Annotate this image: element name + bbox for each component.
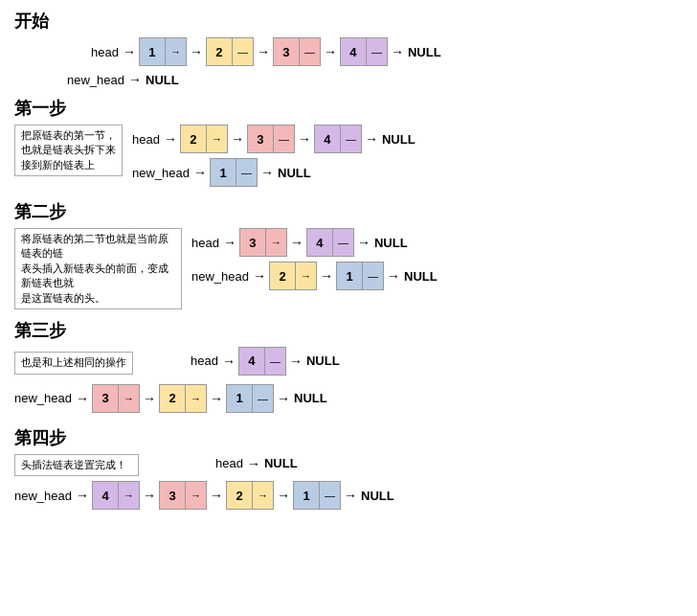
node-2: 2 →	[269, 262, 317, 290]
node-ptr: —	[236, 158, 258, 187]
new-head-label: new_head	[191, 269, 249, 284]
node-ptr: →	[207, 125, 228, 153]
arrow: →	[222, 354, 236, 369]
node-ptr: —	[253, 384, 274, 413]
node-2: 2 →	[180, 125, 228, 153]
step2-newhead-row: new_head → 2 → → 1 — → NULL	[191, 262, 438, 290]
node-4: 4 —	[306, 228, 354, 257]
step2-head-row: head → 3 → → 4 — → NULL	[191, 228, 438, 257]
arrow: →	[76, 488, 89, 503]
step3-title: 第三步	[14, 319, 683, 342]
node-val: 2	[159, 384, 186, 413]
arrow: →	[253, 268, 266, 284]
arrow: →	[143, 488, 156, 503]
arrow: →	[257, 44, 270, 59]
start-newhead-row: new_head → NULL	[67, 72, 683, 87]
node-val: 3	[273, 37, 300, 66]
node-val: 4	[306, 228, 333, 257]
step4-newhead-row: new_head → 4 → → 3 → → 2 → → 1 — → NULL	[14, 481, 683, 510]
step1-title: 第一步	[14, 97, 683, 120]
null-label: NULL	[294, 391, 327, 405]
start-list-row: head → 1 → → 2 — → 3 — → 4 — → NULL	[91, 37, 683, 66]
arrow: →	[324, 44, 337, 59]
arrow: →	[298, 131, 311, 147]
arrow: →	[223, 235, 236, 250]
node-ptr: —	[367, 37, 388, 66]
node-ptr: →	[186, 384, 207, 413]
step3-newhead-row: new_head → 3 → → 2 → → 1 — → NULL	[14, 384, 683, 413]
step4-title: 第四步	[14, 426, 683, 449]
null-label: NULL	[374, 236, 408, 250]
step4-note: 头插法链表逆置完成！	[14, 454, 139, 476]
node-ptr: →	[253, 481, 274, 510]
node-4: 4 —	[238, 347, 286, 376]
node-3: 3 →	[159, 481, 207, 510]
node-ptr: —	[333, 228, 354, 257]
head-label: head	[132, 132, 160, 147]
node-val: 2	[206, 37, 233, 66]
arrow: →	[247, 456, 260, 471]
node-ptr: →	[186, 481, 207, 510]
step2-note: 将原链表的第二节也就是当前原链表的链表头插入新链表头的前面，变成新链表也就是这置…	[14, 228, 182, 309]
arrow: →	[164, 131, 177, 147]
node-1: 1 —	[293, 481, 341, 510]
arrow: →	[210, 488, 223, 503]
node-3: 3 —	[273, 37, 321, 66]
arrow: →	[210, 391, 223, 406]
node-val: 4	[238, 347, 265, 376]
arrow: →	[123, 44, 136, 59]
step2-section: 第二步 将原链表的第二节也就是当前原链表的链表头插入新链表头的前面，变成新链表也…	[14, 200, 683, 309]
step1-section: 第一步 把原链表的第一节，也就是链表头拆下来接到新的链表上 head → 2 →…	[14, 97, 683, 191]
node-1: 1 —	[336, 262, 384, 290]
start-section: 开始 head → 1 → → 2 — → 3 — → 4 — → NULL n…	[14, 10, 683, 87]
arrow: →	[391, 44, 404, 59]
arrow: →	[320, 268, 333, 284]
node-ptr: →	[166, 37, 187, 66]
new-head-label: new_head	[132, 166, 190, 180]
null-label: NULL	[278, 166, 311, 180]
arrow: →	[277, 488, 290, 503]
node-val: 2	[226, 481, 253, 510]
arrow: →	[387, 268, 400, 284]
node-val: 4	[92, 481, 119, 510]
node-3: 3 →	[92, 384, 140, 413]
step1-head-row: head → 2 → → 3 — → 4 — → NULL	[132, 125, 416, 153]
step1-newhead-row: new_head → 1 — → NULL	[132, 158, 416, 187]
node-val: 1	[336, 262, 363, 290]
node-ptr: —	[265, 347, 286, 376]
node-val: 1	[210, 158, 236, 187]
node-val: 4	[340, 37, 367, 66]
arrow: →	[76, 391, 89, 406]
start-title: 开始	[14, 10, 683, 33]
step2-title: 第二步	[14, 200, 683, 223]
node-2: 2 —	[206, 37, 254, 66]
node-ptr: →	[296, 262, 317, 290]
node-2: 2 →	[226, 481, 274, 510]
node-ptr: —	[300, 37, 321, 66]
arrow: →	[193, 165, 207, 180]
node-val: 2	[180, 125, 207, 153]
arrow: →	[289, 354, 303, 369]
arrow: →	[260, 165, 274, 180]
arrow: →	[190, 44, 203, 59]
node-1: 1 —	[226, 384, 274, 413]
node-val: 2	[269, 262, 296, 290]
node-ptr: →	[266, 228, 287, 257]
node-ptr: →	[119, 481, 140, 510]
null-label: NULL	[361, 489, 394, 503]
arrow: →	[365, 131, 378, 147]
head-label: head	[191, 236, 219, 250]
node-ptr: —	[233, 37, 254, 66]
node-ptr: —	[363, 262, 384, 290]
node-val: 3	[247, 125, 274, 153]
arrow: →	[143, 391, 156, 406]
node-ptr: —	[320, 481, 341, 510]
node-1: 1 —	[210, 158, 258, 187]
node-ptr: —	[341, 125, 362, 153]
node-4: 4 →	[92, 481, 140, 510]
null-label: NULL	[404, 269, 438, 284]
node-val: 4	[314, 125, 341, 153]
null-label: NULL	[408, 45, 441, 59]
step3-head-row: head → 4 — → NULL	[191, 347, 340, 376]
node-val: 1	[293, 481, 320, 510]
